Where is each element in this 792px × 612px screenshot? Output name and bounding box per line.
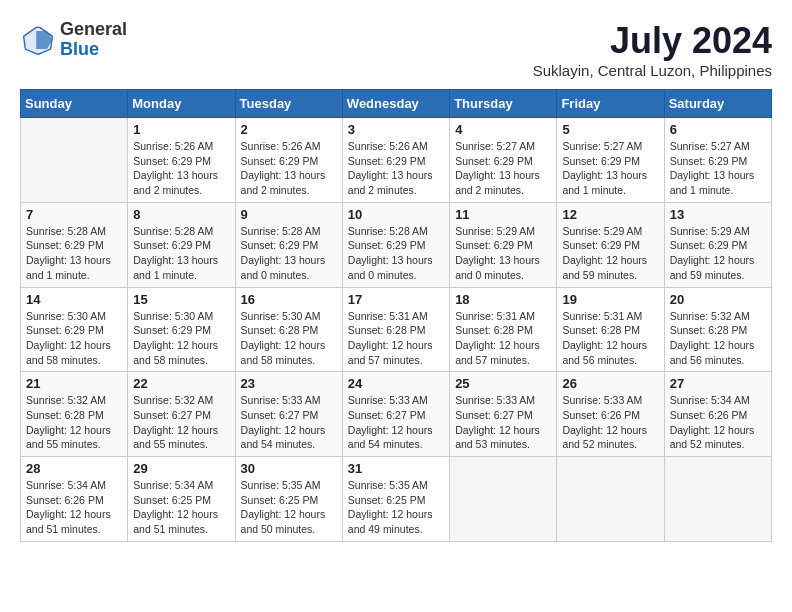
calendar-cell: 7Sunrise: 5:28 AM Sunset: 6:29 PM Daylig… — [21, 202, 128, 287]
header-cell-friday: Friday — [557, 90, 664, 118]
day-number: 12 — [562, 207, 658, 222]
day-number: 22 — [133, 376, 229, 391]
day-number: 31 — [348, 461, 444, 476]
day-detail: Sunrise: 5:29 AM Sunset: 6:29 PM Dayligh… — [670, 224, 766, 283]
day-detail: Sunrise: 5:31 AM Sunset: 6:28 PM Dayligh… — [348, 309, 444, 368]
day-detail: Sunrise: 5:33 AM Sunset: 6:27 PM Dayligh… — [241, 393, 337, 452]
day-number: 7 — [26, 207, 122, 222]
day-detail: Sunrise: 5:32 AM Sunset: 6:28 PM Dayligh… — [670, 309, 766, 368]
header-cell-saturday: Saturday — [664, 90, 771, 118]
day-number: 28 — [26, 461, 122, 476]
calendar-cell: 3Sunrise: 5:26 AM Sunset: 6:29 PM Daylig… — [342, 118, 449, 203]
calendar-cell: 1Sunrise: 5:26 AM Sunset: 6:29 PM Daylig… — [128, 118, 235, 203]
header-cell-tuesday: Tuesday — [235, 90, 342, 118]
header-cell-wednesday: Wednesday — [342, 90, 449, 118]
calendar-cell — [450, 457, 557, 542]
day-number: 16 — [241, 292, 337, 307]
day-detail: Sunrise: 5:26 AM Sunset: 6:29 PM Dayligh… — [348, 139, 444, 198]
day-detail: Sunrise: 5:31 AM Sunset: 6:28 PM Dayligh… — [455, 309, 551, 368]
day-detail: Sunrise: 5:34 AM Sunset: 6:25 PM Dayligh… — [133, 478, 229, 537]
calendar-cell: 17Sunrise: 5:31 AM Sunset: 6:28 PM Dayli… — [342, 287, 449, 372]
day-detail: Sunrise: 5:33 AM Sunset: 6:27 PM Dayligh… — [348, 393, 444, 452]
day-number: 10 — [348, 207, 444, 222]
day-detail: Sunrise: 5:30 AM Sunset: 6:29 PM Dayligh… — [133, 309, 229, 368]
day-number: 20 — [670, 292, 766, 307]
logo-blue-text: Blue — [60, 40, 127, 60]
header-cell-thursday: Thursday — [450, 90, 557, 118]
calendar-cell: 8Sunrise: 5:28 AM Sunset: 6:29 PM Daylig… — [128, 202, 235, 287]
day-detail: Sunrise: 5:32 AM Sunset: 6:27 PM Dayligh… — [133, 393, 229, 452]
day-detail: Sunrise: 5:27 AM Sunset: 6:29 PM Dayligh… — [562, 139, 658, 198]
week-row-4: 21Sunrise: 5:32 AM Sunset: 6:28 PM Dayli… — [21, 372, 772, 457]
calendar-cell: 24Sunrise: 5:33 AM Sunset: 6:27 PM Dayli… — [342, 372, 449, 457]
calendar-cell: 11Sunrise: 5:29 AM Sunset: 6:29 PM Dayli… — [450, 202, 557, 287]
calendar-cell: 21Sunrise: 5:32 AM Sunset: 6:28 PM Dayli… — [21, 372, 128, 457]
day-number: 1 — [133, 122, 229, 137]
calendar-cell — [557, 457, 664, 542]
logo: General Blue — [20, 20, 127, 60]
day-detail: Sunrise: 5:32 AM Sunset: 6:28 PM Dayligh… — [26, 393, 122, 452]
day-number: 4 — [455, 122, 551, 137]
calendar-cell: 14Sunrise: 5:30 AM Sunset: 6:29 PM Dayli… — [21, 287, 128, 372]
week-row-2: 7Sunrise: 5:28 AM Sunset: 6:29 PM Daylig… — [21, 202, 772, 287]
day-detail: Sunrise: 5:34 AM Sunset: 6:26 PM Dayligh… — [26, 478, 122, 537]
calendar-cell: 12Sunrise: 5:29 AM Sunset: 6:29 PM Dayli… — [557, 202, 664, 287]
calendar-cell: 23Sunrise: 5:33 AM Sunset: 6:27 PM Dayli… — [235, 372, 342, 457]
day-number: 26 — [562, 376, 658, 391]
logo-general-text: General — [60, 20, 127, 40]
calendar-cell: 27Sunrise: 5:34 AM Sunset: 6:26 PM Dayli… — [664, 372, 771, 457]
day-detail: Sunrise: 5:33 AM Sunset: 6:26 PM Dayligh… — [562, 393, 658, 452]
calendar-cell: 4Sunrise: 5:27 AM Sunset: 6:29 PM Daylig… — [450, 118, 557, 203]
day-number: 29 — [133, 461, 229, 476]
day-detail: Sunrise: 5:28 AM Sunset: 6:29 PM Dayligh… — [241, 224, 337, 283]
calendar-cell: 10Sunrise: 5:28 AM Sunset: 6:29 PM Dayli… — [342, 202, 449, 287]
page-header: General Blue July 2024 Suklayin, Central… — [20, 20, 772, 79]
calendar-cell: 26Sunrise: 5:33 AM Sunset: 6:26 PM Dayli… — [557, 372, 664, 457]
calendar-cell: 28Sunrise: 5:34 AM Sunset: 6:26 PM Dayli… — [21, 457, 128, 542]
calendar-cell: 25Sunrise: 5:33 AM Sunset: 6:27 PM Dayli… — [450, 372, 557, 457]
calendar-cell — [664, 457, 771, 542]
calendar-cell: 15Sunrise: 5:30 AM Sunset: 6:29 PM Dayli… — [128, 287, 235, 372]
day-number: 19 — [562, 292, 658, 307]
day-number: 13 — [670, 207, 766, 222]
calendar-cell: 22Sunrise: 5:32 AM Sunset: 6:27 PM Dayli… — [128, 372, 235, 457]
day-detail: Sunrise: 5:30 AM Sunset: 6:28 PM Dayligh… — [241, 309, 337, 368]
day-detail: Sunrise: 5:27 AM Sunset: 6:29 PM Dayligh… — [455, 139, 551, 198]
calendar-cell: 20Sunrise: 5:32 AM Sunset: 6:28 PM Dayli… — [664, 287, 771, 372]
day-detail: Sunrise: 5:26 AM Sunset: 6:29 PM Dayligh… — [133, 139, 229, 198]
week-row-3: 14Sunrise: 5:30 AM Sunset: 6:29 PM Dayli… — [21, 287, 772, 372]
calendar-cell: 6Sunrise: 5:27 AM Sunset: 6:29 PM Daylig… — [664, 118, 771, 203]
week-row-5: 28Sunrise: 5:34 AM Sunset: 6:26 PM Dayli… — [21, 457, 772, 542]
day-number: 3 — [348, 122, 444, 137]
day-number: 6 — [670, 122, 766, 137]
subtitle: Suklayin, Central Luzon, Philippines — [533, 62, 772, 79]
header-cell-sunday: Sunday — [21, 90, 128, 118]
calendar-cell: 9Sunrise: 5:28 AM Sunset: 6:29 PM Daylig… — [235, 202, 342, 287]
day-number: 8 — [133, 207, 229, 222]
day-number: 21 — [26, 376, 122, 391]
day-number: 11 — [455, 207, 551, 222]
day-number: 27 — [670, 376, 766, 391]
calendar-cell: 16Sunrise: 5:30 AM Sunset: 6:28 PM Dayli… — [235, 287, 342, 372]
day-number: 2 — [241, 122, 337, 137]
day-detail: Sunrise: 5:35 AM Sunset: 6:25 PM Dayligh… — [348, 478, 444, 537]
day-detail: Sunrise: 5:29 AM Sunset: 6:29 PM Dayligh… — [455, 224, 551, 283]
day-number: 14 — [26, 292, 122, 307]
day-number: 5 — [562, 122, 658, 137]
day-detail: Sunrise: 5:35 AM Sunset: 6:25 PM Dayligh… — [241, 478, 337, 537]
day-number: 17 — [348, 292, 444, 307]
day-number: 23 — [241, 376, 337, 391]
calendar-header: SundayMondayTuesdayWednesdayThursdayFrid… — [21, 90, 772, 118]
day-detail: Sunrise: 5:28 AM Sunset: 6:29 PM Dayligh… — [348, 224, 444, 283]
day-number: 9 — [241, 207, 337, 222]
day-number: 15 — [133, 292, 229, 307]
calendar-cell: 29Sunrise: 5:34 AM Sunset: 6:25 PM Dayli… — [128, 457, 235, 542]
day-detail: Sunrise: 5:31 AM Sunset: 6:28 PM Dayligh… — [562, 309, 658, 368]
day-detail: Sunrise: 5:28 AM Sunset: 6:29 PM Dayligh… — [26, 224, 122, 283]
day-number: 25 — [455, 376, 551, 391]
calendar-table: SundayMondayTuesdayWednesdayThursdayFrid… — [20, 89, 772, 542]
day-detail: Sunrise: 5:26 AM Sunset: 6:29 PM Dayligh… — [241, 139, 337, 198]
week-row-1: 1Sunrise: 5:26 AM Sunset: 6:29 PM Daylig… — [21, 118, 772, 203]
day-detail: Sunrise: 5:34 AM Sunset: 6:26 PM Dayligh… — [670, 393, 766, 452]
calendar-cell: 18Sunrise: 5:31 AM Sunset: 6:28 PM Dayli… — [450, 287, 557, 372]
